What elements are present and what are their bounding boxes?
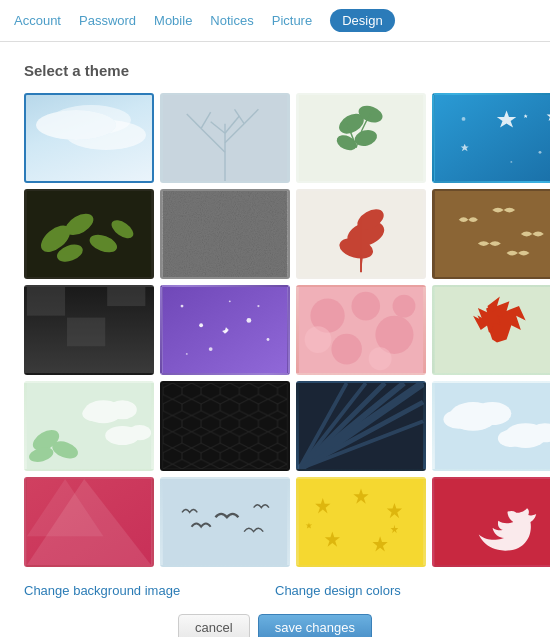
- svg-rect-30: [163, 191, 287, 277]
- svg-point-82: [473, 402, 511, 425]
- change-background-link[interactable]: Change background image: [24, 583, 275, 598]
- save-button[interactable]: save changes: [258, 614, 372, 637]
- svg-point-19: [539, 151, 542, 154]
- svg-point-47: [267, 338, 270, 341]
- cancel-button[interactable]: cancel: [178, 614, 250, 637]
- svg-point-45: [229, 300, 231, 302]
- change-colors-link[interactable]: Change design colors: [275, 583, 526, 598]
- links-row: Change background image Change design co…: [24, 583, 526, 598]
- svg-point-55: [331, 334, 362, 365]
- nav-account[interactable]: Account: [14, 9, 61, 32]
- svg-point-49: [186, 353, 188, 355]
- nav-password[interactable]: Password: [79, 9, 136, 32]
- svg-rect-90: [163, 479, 287, 565]
- theme-dark-leaves[interactable]: [24, 189, 154, 279]
- svg-point-46: [247, 318, 252, 323]
- theme-pink-gradient[interactable]: [24, 477, 154, 567]
- svg-point-18: [462, 117, 466, 121]
- theme-red-maple[interactable]: [432, 285, 550, 375]
- svg-point-86: [498, 430, 525, 447]
- nav-design[interactable]: Design: [330, 9, 394, 32]
- theme-winter-branches[interactable]: [160, 93, 290, 183]
- theme-birds-sky[interactable]: [160, 477, 290, 567]
- svg-rect-41: [107, 287, 145, 306]
- svg-rect-15: [435, 95, 550, 181]
- svg-point-53: [351, 292, 380, 321]
- theme-brown-birds[interactable]: [432, 189, 550, 279]
- theme-dark-slate[interactable]: [24, 285, 154, 375]
- theme-green-leaves-clouds[interactable]: [24, 381, 154, 471]
- theme-blue-sparkle[interactable]: [432, 93, 550, 183]
- nav-bar: Account Password Mobile Notices Picture …: [0, 0, 550, 42]
- svg-point-65: [108, 400, 137, 419]
- theme-purple-stars[interactable]: [160, 285, 290, 375]
- svg-point-50: [257, 305, 259, 307]
- theme-green-vines[interactable]: [296, 93, 426, 183]
- svg-point-58: [369, 347, 392, 370]
- section-title: Select a theme: [24, 62, 526, 79]
- svg-point-68: [128, 425, 151, 440]
- theme-black-mesh[interactable]: [160, 381, 290, 471]
- theme-yellow-stars[interactable]: [296, 477, 426, 567]
- svg-point-57: [305, 326, 332, 353]
- buttons-row: cancel save changes: [24, 614, 526, 637]
- theme-grid: [24, 93, 526, 567]
- theme-red-bird[interactable]: [432, 477, 550, 567]
- nav-mobile[interactable]: Mobile: [154, 9, 192, 32]
- svg-point-43: [181, 305, 184, 308]
- nav-notices[interactable]: Notices: [210, 9, 253, 32]
- theme-gray-texture[interactable]: [160, 189, 290, 279]
- svg-rect-99: [435, 479, 550, 565]
- svg-rect-40: [67, 318, 105, 347]
- main-content: Select a theme: [0, 42, 550, 637]
- svg-rect-39: [27, 287, 65, 316]
- svg-point-48: [209, 347, 213, 351]
- svg-point-66: [82, 406, 105, 421]
- theme-red-plant[interactable]: [296, 189, 426, 279]
- theme-light-blue-clouds[interactable]: [432, 381, 550, 471]
- nav-picture[interactable]: Picture: [272, 9, 312, 32]
- theme-sky-clouds[interactable]: [24, 93, 154, 183]
- theme-dark-rays[interactable]: [296, 381, 426, 471]
- svg-point-20: [510, 161, 512, 163]
- svg-point-56: [393, 295, 416, 318]
- theme-pink-flowers[interactable]: [296, 285, 426, 375]
- svg-rect-71: [163, 383, 287, 469]
- svg-point-44: [199, 323, 203, 327]
- svg-point-83: [443, 410, 474, 429]
